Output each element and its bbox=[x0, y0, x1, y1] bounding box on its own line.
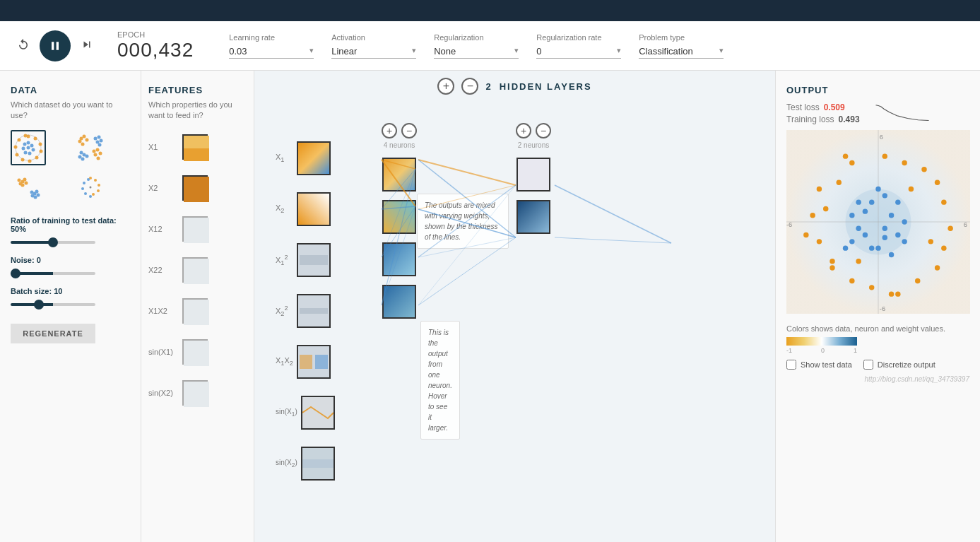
svg-point-150 bbox=[902, 219, 907, 224]
svg-point-129 bbox=[935, 265, 940, 270]
svg-rect-83 bbox=[384, 159, 415, 190]
svg-rect-86 bbox=[384, 286, 415, 317]
regenerate-button[interactable]: REGENERATE bbox=[11, 324, 95, 343]
svg-point-56 bbox=[92, 193, 95, 196]
noise-slider-group: Noise: 0 bbox=[11, 256, 130, 277]
problem-type-select[interactable]: ClassificationRegression bbox=[639, 45, 724, 59]
l1-neuron3[interactable] bbox=[382, 242, 416, 276]
x2-neuron[interactable] bbox=[297, 192, 331, 226]
svg-rect-66 bbox=[184, 218, 209, 243]
dataset-spiral[interactable] bbox=[73, 170, 108, 205]
show-test-data-row: Show test data Discretize output bbox=[786, 360, 969, 370]
pause-button[interactable] bbox=[40, 30, 71, 61]
regularization-label: Regularization bbox=[434, 33, 519, 42]
svg-point-61 bbox=[87, 178, 90, 181]
svg-point-34 bbox=[98, 143, 101, 146]
feature-thumb-X2[interactable] bbox=[182, 175, 208, 201]
regularization-select[interactable]: NoneL1L2 bbox=[434, 45, 519, 59]
feature-thumb-sin(X2)[interactable] bbox=[182, 380, 208, 406]
step-button[interactable] bbox=[78, 35, 96, 57]
svg-point-134 bbox=[830, 265, 834, 270]
dataset-gaussian[interactable] bbox=[11, 170, 46, 205]
svg-point-60 bbox=[83, 182, 85, 184]
param-regularization: RegularizationNoneL1L2 bbox=[434, 33, 519, 59]
features-title: FEATURES bbox=[148, 85, 247, 95]
svg-point-13 bbox=[30, 143, 34, 147]
x22-neuron[interactable] bbox=[297, 294, 331, 328]
feature-thumb-sin(X1)[interactable] bbox=[182, 339, 208, 365]
svg-point-51 bbox=[30, 190, 34, 194]
svg-point-53 bbox=[94, 179, 97, 182]
svg-point-14 bbox=[32, 148, 35, 151]
svg-point-57 bbox=[89, 195, 92, 198]
svg-point-151 bbox=[875, 245, 880, 250]
svg-point-59 bbox=[81, 187, 84, 190]
l1-neuron2[interactable] bbox=[382, 200, 416, 234]
remove-neuron-layer1-button[interactable]: − bbox=[401, 123, 417, 139]
add-neuron-layer2-button[interactable]: + bbox=[516, 123, 531, 139]
learning-rate-select[interactable]: 0.000010.00010.0010.0030.010.030.10.3131… bbox=[229, 45, 314, 59]
feature-thumb-X22[interactable] bbox=[182, 257, 208, 283]
remove-layer-button[interactable]: − bbox=[461, 78, 478, 95]
svg-point-43 bbox=[25, 181, 28, 184]
x22-label: X22 bbox=[276, 305, 291, 317]
data-panel: DATA Which dataset do you want to use? bbox=[0, 71, 141, 542]
svg-point-35 bbox=[79, 151, 83, 154]
svg-point-144 bbox=[889, 213, 894, 218]
remove-neuron-layer2-button[interactable]: − bbox=[536, 123, 551, 139]
feature-thumb-X1[interactable] bbox=[182, 134, 208, 160]
dataset-circle[interactable] bbox=[11, 130, 46, 165]
svg-line-97 bbox=[418, 160, 516, 185]
dataset-xor[interactable] bbox=[73, 130, 108, 165]
svg-rect-72 bbox=[298, 194, 329, 225]
feature-thumb-X1X2[interactable] bbox=[182, 298, 208, 324]
svg-point-26 bbox=[95, 148, 99, 151]
hidden-layer-1: + − 4 neurons bbox=[382, 123, 417, 323]
svg-point-121 bbox=[849, 160, 854, 165]
activation-select[interactable]: ReLUTanhSigmoidLinear bbox=[331, 45, 416, 59]
svg-rect-80 bbox=[302, 397, 333, 428]
x1-neuron[interactable] bbox=[297, 141, 331, 175]
svg-point-152 bbox=[849, 213, 854, 218]
noise-slider[interactable] bbox=[11, 272, 95, 275]
l1-neuron4[interactable] bbox=[382, 285, 416, 319]
l2-neuron2[interactable] bbox=[516, 200, 550, 234]
feature-x22: X22 bbox=[148, 253, 247, 287]
hidden-layers-label: HIDDEN LAYERS bbox=[500, 81, 592, 92]
batch-label: Batch size: 10 bbox=[11, 287, 130, 295]
param-learning-rate: Learning rate0.000010.00010.0010.0030.01… bbox=[229, 33, 314, 59]
network-visualization: X1 X2 bbox=[261, 102, 768, 399]
add-neuron-layer1-button[interactable]: + bbox=[382, 123, 397, 139]
svg-point-19 bbox=[27, 146, 30, 149]
sinx2-neuron[interactable] bbox=[301, 447, 335, 481]
svg-point-55 bbox=[97, 189, 100, 192]
show-test-data-checkbox[interactable] bbox=[786, 360, 796, 370]
top-bar bbox=[0, 0, 980, 21]
svg-rect-78 bbox=[300, 355, 312, 369]
input-x1x2: X1X2 bbox=[276, 341, 335, 383]
discretize-checkbox[interactable] bbox=[863, 360, 873, 370]
svg-point-33 bbox=[99, 139, 102, 142]
x1x2-neuron[interactable] bbox=[297, 345, 331, 379]
loss-chart bbox=[867, 102, 938, 124]
feature-thumb-X12[interactable] bbox=[182, 216, 208, 242]
svg-rect-82 bbox=[302, 459, 333, 468]
hidden-layers-count: 2 bbox=[485, 81, 492, 92]
svg-point-4 bbox=[40, 149, 43, 153]
reset-button[interactable] bbox=[14, 35, 33, 57]
l2-neuron1[interactable] bbox=[516, 158, 550, 192]
batch-slider[interactable] bbox=[11, 303, 95, 306]
x2-label: X2 bbox=[276, 204, 291, 214]
add-layer-button[interactable]: + bbox=[437, 78, 454, 95]
regularization-rate-select[interactable]: 00.0010.0030.010.030.10.31310 bbox=[536, 45, 621, 59]
feature-x12: X12 bbox=[148, 212, 247, 246]
svg-point-136 bbox=[909, 187, 914, 192]
svg-point-123 bbox=[902, 160, 907, 165]
svg-point-146 bbox=[895, 232, 900, 237]
ratio-slider[interactable] bbox=[11, 241, 95, 244]
sinx1-neuron[interactable] bbox=[301, 396, 335, 430]
l1-neuron1[interactable] bbox=[382, 158, 416, 192]
header: Epoch 000,432 Learning rate0.000010.0001… bbox=[0, 21, 980, 71]
x12-neuron[interactable] bbox=[297, 243, 331, 277]
svg-point-133 bbox=[849, 278, 854, 283]
